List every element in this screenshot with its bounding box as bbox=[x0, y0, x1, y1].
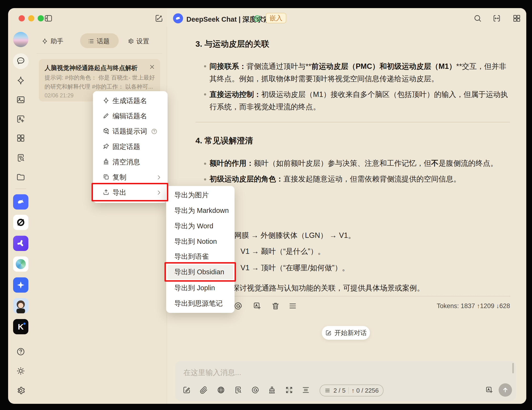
nav-images-icon[interactable] bbox=[16, 95, 26, 105]
menu-item-clear-messages[interactable]: 清空消息 bbox=[93, 155, 168, 170]
translate-message-icon[interactable] bbox=[253, 301, 262, 311]
theme-icon[interactable] bbox=[16, 366, 26, 377]
expand-width-icon[interactable] bbox=[492, 14, 501, 24]
chevron-right-icon bbox=[155, 174, 162, 182]
topic-close-icon[interactable] bbox=[149, 63, 156, 72]
new-chat-label: 开始新对话 bbox=[335, 328, 367, 337]
export-submenu: 导出为图片 导出为 Markdown 导出为 Word 导出到 Notion 导… bbox=[166, 186, 235, 313]
menu-item-pin-topic[interactable]: 固定话题 bbox=[93, 139, 168, 155]
submenu-item-export-siyuan[interactable]: 导出到思源笔记 bbox=[166, 296, 235, 311]
note-line: 探讨视觉通路与认知功能的关联，可提供具体场景或案例。 bbox=[232, 283, 424, 293]
traffic-light-close[interactable] bbox=[19, 15, 25, 21]
swirl-logo bbox=[16, 259, 26, 269]
tokens-counter: Tokens: 1837 ↑1209 ↓628 bbox=[413, 302, 510, 310]
input-translate-icon[interactable] bbox=[485, 386, 494, 395]
collapse-toolbar-icon[interactable] bbox=[302, 386, 310, 395]
submenu-item-label: 导出到 Joplin bbox=[174, 283, 215, 293]
broom-icon bbox=[103, 158, 110, 166]
submenu-item-export-obsidian[interactable]: 导出到 Obsidian bbox=[166, 264, 235, 280]
tab-topics-inner[interactable]: 话题 bbox=[88, 37, 110, 46]
sparkle-icon bbox=[103, 97, 110, 105]
export-icon bbox=[103, 189, 110, 197]
nav-chat-active-bg[interactable] bbox=[13, 53, 28, 69]
tabs-divider bbox=[37, 53, 162, 54]
topic-count: 2 / 5 bbox=[333, 387, 346, 394]
pathway-line-1: 视网膜 → 外侧膝状体（LGN） → V1。 bbox=[227, 230, 355, 240]
submenu-item-export-image[interactable]: 导出为图片 bbox=[166, 188, 235, 203]
compose-icon[interactable] bbox=[154, 14, 163, 24]
section-3-bullet-1: 间接联系：背侧流通过顶叶与**前运动皮层（PMC）和初级运动皮层（M1）**交互… bbox=[209, 60, 510, 85]
menu-item-label: 导出 bbox=[113, 188, 126, 197]
topic-context-menu: 生成话题名 编辑话题名 话题提示词 固定话题 清空消息 复制 导出 bbox=[93, 91, 168, 203]
submenu-item-export-markdown[interactable]: 导出为 Markdown bbox=[166, 203, 235, 218]
layout-grid-icon[interactable] bbox=[512, 14, 521, 24]
chevron-right-icon bbox=[155, 189, 162, 197]
tab-topics-label: 话题 bbox=[97, 37, 110, 46]
new-topic-icon[interactable] bbox=[182, 386, 191, 395]
clear-context-icon[interactable] bbox=[268, 386, 276, 395]
tab-assistant[interactable]: 助手 bbox=[41, 37, 63, 46]
nav-translate-icon[interactable] bbox=[16, 114, 26, 125]
menu-item-label: 清空消息 bbox=[113, 157, 140, 167]
section-4-bullet-2: 初级运动皮层的角色：直接发起随意运动，但需依赖背侧流提供的空间信息。 bbox=[209, 173, 510, 185]
app-kimi-icon[interactable]: K bbox=[13, 319, 28, 334]
pencil-icon bbox=[103, 112, 110, 120]
menu-item-generate-name[interactable]: 生成话题名 bbox=[93, 93, 168, 109]
submenu-item-label: 导出到思源笔记 bbox=[174, 299, 223, 308]
tab-settings[interactable]: 设置 bbox=[127, 37, 149, 46]
mention-model-icon[interactable] bbox=[251, 386, 260, 395]
app-knot-icon[interactable] bbox=[13, 236, 28, 251]
topic-card-subtitle-1: 提示词: #你的角色： 你是 百晓生- 世上最好 bbox=[45, 74, 155, 82]
settings-gear-icon[interactable] bbox=[16, 386, 26, 396]
app-swirl-icon[interactable] bbox=[13, 256, 28, 272]
new-chat-button[interactable]: 开始新对话 bbox=[322, 326, 370, 340]
app-girl-avatar-icon[interactable] bbox=[13, 298, 28, 313]
eye-icon bbox=[253, 14, 261, 24]
submenu-item-export-yuque[interactable]: 导出到语雀 bbox=[166, 249, 235, 264]
app-star-icon[interactable] bbox=[13, 277, 28, 293]
send-button[interactable] bbox=[499, 383, 512, 397]
knowledge-search-icon[interactable] bbox=[234, 386, 242, 395]
section-3-bullet-2: 直接运动控制：初级运动皮层（M1）接收来自多个脑区（包括顶叶）的输入，但属于运动… bbox=[209, 88, 510, 113]
section-4-bullet-1: 额叶的作用：额叶（如前额叶皮层）参与决策、注意和工作记忆，但不是腹侧流的终点。 bbox=[209, 157, 510, 170]
nav-apps-icon[interactable] bbox=[16, 133, 26, 144]
menu-item-label: 生成话题名 bbox=[113, 96, 147, 106]
menu-item-export[interactable]: 导出 bbox=[93, 185, 168, 200]
submenu-item-label: 导出为 Word bbox=[174, 221, 213, 231]
menu-item-copy[interactable]: 复制 bbox=[93, 170, 168, 185]
submenu-item-label: 导出为图片 bbox=[174, 191, 209, 200]
fullscreen-icon[interactable] bbox=[285, 386, 294, 395]
submenu-item-label: 导出到 Obsidian bbox=[174, 267, 224, 277]
message-menu-icon[interactable] bbox=[288, 301, 297, 311]
search-icon[interactable] bbox=[473, 14, 482, 24]
traffic-light-minimize[interactable] bbox=[28, 15, 34, 21]
menu-item-edit-name[interactable]: 编辑话题名 bbox=[93, 109, 168, 124]
traffic-light-zoom[interactable] bbox=[38, 15, 44, 21]
nav-files-icon[interactable] bbox=[16, 172, 26, 183]
context-counter-pill[interactable]: 2 / 5 ↑ 0 / 2256 bbox=[320, 384, 383, 396]
app-compass-icon[interactable] bbox=[13, 215, 28, 230]
web-search-icon[interactable] bbox=[217, 386, 225, 395]
message-input-placeholder: 在这里输入消息... bbox=[183, 368, 241, 378]
submenu-item-export-notion[interactable]: 导出到 Notion bbox=[166, 234, 235, 249]
delete-message-icon[interactable] bbox=[271, 301, 280, 311]
embed-badge[interactable]: 嵌入 bbox=[266, 13, 286, 23]
copy-icon bbox=[103, 173, 110, 182]
nav-knowledge-icon[interactable] bbox=[16, 153, 26, 164]
token-count: ↑ 0 / 2256 bbox=[352, 387, 379, 394]
menu-item-topic-prompt[interactable]: 话题提示词 bbox=[93, 124, 168, 139]
topic-card-timestamp: 02/06 21:29 bbox=[45, 92, 74, 99]
attachment-icon[interactable] bbox=[200, 386, 208, 395]
help-icon[interactable] bbox=[16, 347, 26, 357]
submenu-item-export-word[interactable]: 导出为 Word bbox=[166, 219, 235, 234]
submenu-item-label: 导出为 Markdown bbox=[174, 206, 229, 216]
kimi-k: K bbox=[18, 322, 24, 331]
sidebar-toggle-icon[interactable] bbox=[44, 14, 53, 24]
user-avatar[interactable] bbox=[13, 32, 28, 47]
input-scrollbar[interactable] bbox=[512, 363, 514, 373]
submenu-item-export-joplin[interactable]: 导出到 Joplin bbox=[166, 281, 235, 296]
app-deepseek-icon[interactable] bbox=[13, 194, 28, 210]
message-input-box[interactable]: 在这里输入消息... 2 / 5 ↑ 0 / 225 bbox=[175, 361, 516, 401]
nav-assistants-icon[interactable] bbox=[16, 76, 26, 86]
mention-icon[interactable] bbox=[234, 301, 243, 311]
